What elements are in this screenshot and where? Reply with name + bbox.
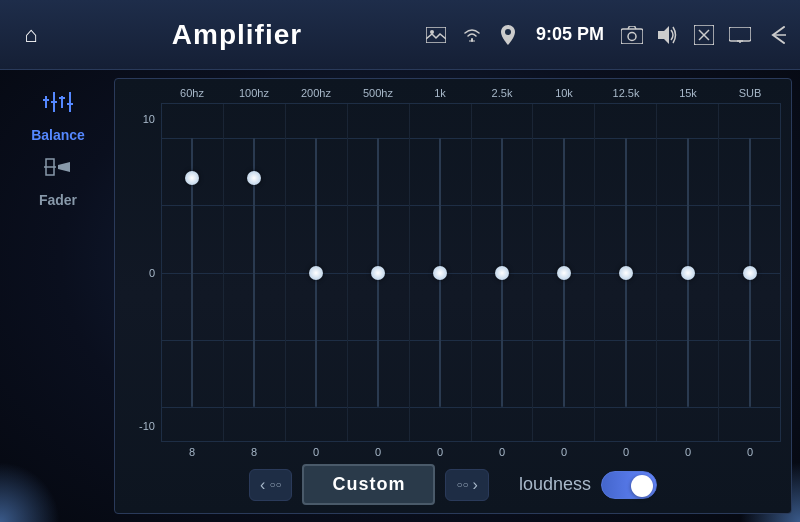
val-12_5k: 0	[595, 446, 657, 458]
freq-200hz: 200hz	[285, 87, 347, 99]
loudness-toggle[interactable]	[601, 471, 657, 499]
wifi-icon[interactable]	[458, 21, 486, 49]
page-title: Amplifier	[52, 19, 422, 51]
location-icon[interactable]	[494, 21, 522, 49]
main-area: Balance Fader 60hz 100hz 200hz 500hz 1k …	[0, 70, 800, 522]
screen-icon[interactable]	[726, 21, 754, 49]
fader-icon	[42, 153, 74, 188]
prev-button[interactable]: ‹ ○○	[249, 469, 292, 501]
freq-100hz: 100hz	[223, 87, 285, 99]
header-time: 9:05 PM	[536, 24, 604, 45]
slider-15k[interactable]	[657, 104, 719, 441]
slider-500hz[interactable]	[348, 104, 410, 441]
header: ⌂ Amplifier 9:0	[0, 0, 800, 70]
eq-panel: 60hz 100hz 200hz 500hz 1k 2.5k 10k 12.5k…	[114, 78, 792, 514]
svg-rect-0	[426, 27, 446, 43]
svg-marker-21	[58, 162, 70, 172]
preset-button[interactable]: Custom	[302, 464, 435, 505]
slider-100hz[interactable]	[224, 104, 286, 441]
val-sub: 0	[719, 446, 781, 458]
bottom-controls: ‹ ○○ Custom ○○ › loudness	[125, 464, 781, 505]
freq-labels: 60hz 100hz 200hz 500hz 1k 2.5k 10k 12.5k…	[161, 87, 781, 99]
freq-1k: 1k	[409, 87, 471, 99]
svg-marker-5	[658, 26, 669, 44]
val-1k: 0	[409, 446, 471, 458]
val-15k: 0	[657, 446, 719, 458]
y-axis: 10 0 -10	[125, 103, 161, 442]
next-button[interactable]: ○○ ›	[445, 469, 488, 501]
loudness-section: loudness	[519, 471, 657, 499]
fader-label: Fader	[39, 192, 77, 208]
prev-chevron-icon: ‹	[260, 476, 265, 494]
sliders-container	[161, 103, 781, 442]
freq-12_5k: 12.5k	[595, 87, 657, 99]
sidebar-item-balance[interactable]: Balance	[31, 88, 85, 143]
camera-icon[interactable]	[618, 21, 646, 49]
prev-dots: ○○	[269, 479, 281, 490]
val-10k: 0	[533, 446, 595, 458]
slider-1k[interactable]	[410, 104, 472, 441]
freq-sub: SUB	[719, 87, 781, 99]
toggle-knob	[631, 475, 653, 497]
slider-sub[interactable]	[719, 104, 780, 441]
next-chevron-icon: ›	[473, 476, 478, 494]
slider-200hz[interactable]	[286, 104, 348, 441]
val-200hz: 0	[285, 446, 347, 458]
slider-2_5k[interactable]	[472, 104, 534, 441]
balance-label: Balance	[31, 127, 85, 143]
svg-point-4	[628, 32, 636, 40]
y-label-neg10: -10	[139, 420, 155, 432]
freq-500hz: 500hz	[347, 87, 409, 99]
freq-10k: 10k	[533, 87, 595, 99]
val-60hz: 8	[161, 446, 223, 458]
next-dots: ○○	[456, 479, 468, 490]
svg-rect-9	[729, 27, 751, 41]
image-icon[interactable]	[422, 21, 450, 49]
values-row: 8 8 0 0 0 0 0 0 0 0	[161, 446, 781, 458]
slider-10k[interactable]	[533, 104, 595, 441]
back-button[interactable]	[762, 21, 790, 49]
freq-15k: 15k	[657, 87, 719, 99]
home-button[interactable]: ⌂	[10, 14, 52, 56]
val-100hz: 8	[223, 446, 285, 458]
svg-point-2	[505, 29, 511, 35]
slider-60hz[interactable]	[162, 104, 224, 441]
slider-12_5k[interactable]	[595, 104, 657, 441]
sidebar-item-fader[interactable]: Fader	[39, 153, 77, 208]
y-label-10: 10	[143, 113, 155, 125]
volume-icon[interactable]	[654, 21, 682, 49]
freq-2_5k: 2.5k	[471, 87, 533, 99]
header-icons: 9:05 PM	[422, 21, 790, 49]
eq-graph: 10 0 -10	[125, 103, 781, 442]
sidebar: Balance Fader	[8, 78, 108, 514]
y-label-0: 0	[149, 267, 155, 279]
val-500hz: 0	[347, 446, 409, 458]
svg-rect-3	[621, 29, 643, 44]
loudness-label: loudness	[519, 474, 591, 495]
close-window-icon[interactable]	[690, 21, 718, 49]
balance-icon	[42, 88, 74, 123]
val-2_5k: 0	[471, 446, 533, 458]
freq-60hz: 60hz	[161, 87, 223, 99]
